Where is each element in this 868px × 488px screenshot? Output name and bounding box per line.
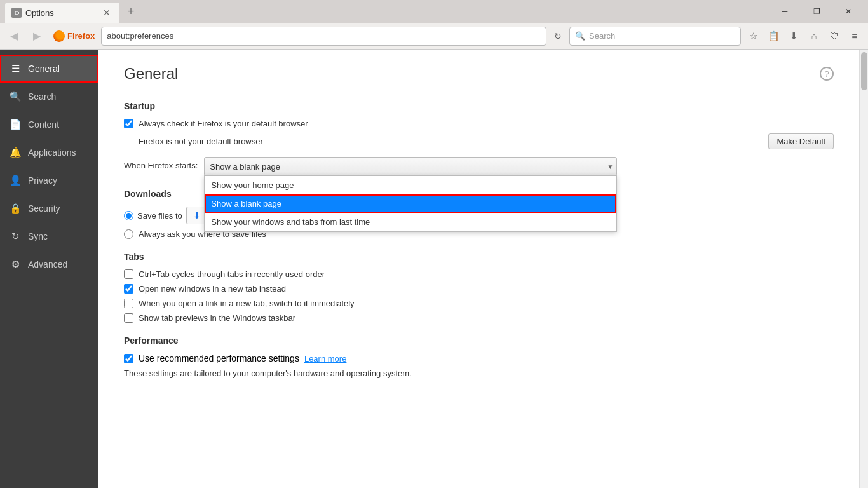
sidebar-label-content: Content — [28, 119, 59, 130]
tab-title: Options — [25, 8, 97, 18]
menu-button[interactable]: ≡ — [845, 27, 864, 46]
dropdown-list: Show your home page Show a blank page Sh… — [204, 175, 617, 232]
tabs-option-0: Ctrl+Tab cycles through tabs in recently… — [124, 269, 834, 279]
learn-more-link[interactable]: Learn more — [304, 354, 346, 363]
perf-recommended-row: Use recommended performance settings Lea… — [124, 353, 834, 363]
download-icon[interactable]: ⬇ — [784, 27, 803, 46]
sidebar-label-security: Security — [28, 203, 60, 214]
window-controls: ─ ❐ ✕ — [770, 1, 863, 22]
check-default-row: Always check if Firefox is your default … — [124, 119, 834, 128]
sidebar-item-sync[interactable]: ↻ Sync — [0, 222, 98, 250]
tabs-option-2: When you open a link in a new tab, switc… — [124, 299, 834, 308]
tabs-option-3: Show tab previews in the Windows taskbar — [124, 313, 834, 323]
tabs-section: Tabs Ctrl+Tab cycles through tabs in rec… — [124, 252, 834, 323]
tabs-label-2: When you open a link in a new tab, switc… — [139, 299, 355, 308]
sidebar-label-applications: Applications — [28, 147, 76, 158]
tabs-checkbox-0[interactable] — [124, 269, 133, 279]
startup-title: Startup — [124, 101, 834, 111]
startup-section: Startup Always check if Firefox is your … — [124, 101, 834, 176]
when-starts-row: When Firefox starts: Show a blank page ▼… — [124, 157, 834, 176]
check-default-checkbox[interactable] — [124, 119, 133, 128]
url-text: about:preferences — [107, 31, 173, 41]
firefox-label: Firefox — [67, 31, 95, 41]
tabs-checkbox-3[interactable] — [124, 313, 133, 323]
sidebar-item-privacy[interactable]: 👤 Privacy — [0, 166, 98, 194]
perf-label: Use recommended performance settings — [139, 353, 299, 363]
sidebar-label-privacy: Privacy — [28, 175, 57, 186]
search-nav-icon: 🔍 — [9, 90, 22, 103]
perf-checkbox[interactable] — [124, 354, 133, 363]
dropdown-selected-value[interactable]: Show a blank page — [204, 157, 617, 176]
perf-description: These settings are tailored to your comp… — [124, 369, 834, 378]
make-default-button[interactable]: Make Default — [768, 133, 834, 149]
scrollbar-track[interactable] — [859, 50, 868, 488]
new-tab-button[interactable]: + — [122, 3, 140, 20]
tabs-checkbox-1[interactable] — [124, 284, 133, 294]
performance-section: Performance Use recommended performance … — [124, 336, 834, 378]
dropdown-option-lastsession[interactable]: Show your windows and tabs from last tim… — [205, 213, 616, 231]
dropdown-option-blank[interactable]: Show a blank page — [205, 194, 616, 213]
sidebar-item-general[interactable]: ☰ General — [0, 55, 98, 83]
tabs-option-1: Open new windows in a new tab instead — [124, 284, 834, 294]
reader-icon[interactable]: 📋 — [764, 27, 783, 46]
not-default-row: Firefox is not your default browser Make… — [139, 133, 834, 149]
check-default-label: Always check if Firefox is your default … — [139, 119, 308, 128]
help-icon[interactable]: ? — [820, 67, 834, 81]
not-default-text: Firefox is not your default browser — [139, 137, 263, 146]
main-layout: ☰ General 🔍 Search 📄 Content 🔔 Applicati… — [0, 50, 868, 488]
search-placeholder: Search — [589, 31, 615, 41]
advanced-icon: ⚙ — [9, 258, 22, 271]
content-area: General ? Startup Always check if Firefo… — [98, 50, 859, 488]
tab-favicon-icon: ⚙ — [11, 8, 22, 18]
close-button[interactable]: ✕ — [834, 1, 863, 22]
save-files-label: Save files to — [137, 211, 182, 220]
when-starts-label: When Firefox starts: — [124, 157, 198, 170]
pocket-icon[interactable]: 🛡 — [825, 27, 844, 46]
applications-icon: 🔔 — [9, 146, 22, 159]
title-bar: ⚙ Options ✕ + ─ ❐ ✕ — [0, 0, 868, 23]
sidebar-item-security[interactable]: 🔒 Security — [0, 194, 98, 222]
back-button[interactable]: ◀ — [4, 26, 24, 46]
security-icon: 🔒 — [9, 202, 22, 215]
tabs-label-1: Open new windows in a new tab instead — [139, 284, 286, 294]
sidebar-item-advanced[interactable]: ⚙ Advanced — [0, 250, 98, 278]
general-icon: ☰ — [9, 62, 22, 75]
toolbar-icons: ☆ 📋 ⬇ ⌂ 🛡 ≡ — [743, 27, 864, 46]
search-icon: 🔍 — [575, 31, 585, 41]
download-path-icon: ⬇ — [193, 210, 201, 220]
scrollbar-thumb[interactable] — [861, 52, 867, 90]
save-files-radio[interactable] — [124, 211, 133, 220]
page-title-row: General ? — [124, 65, 834, 83]
maximize-button[interactable]: ❐ — [802, 1, 831, 22]
page-title: General — [124, 65, 178, 83]
reload-button[interactable]: ↻ — [549, 27, 567, 45]
url-bar[interactable]: about:preferences — [101, 27, 546, 46]
search-bar[interactable]: 🔍 Search — [569, 27, 741, 46]
tabs-label-3: Show tab previews in the Windows taskbar — [139, 313, 295, 323]
sidebar: ☰ General 🔍 Search 📄 Content 🔔 Applicati… — [0, 50, 98, 488]
sidebar-label-general: General — [28, 64, 60, 74]
minimize-button[interactable]: ─ — [770, 1, 799, 22]
dropdown-option-homepage[interactable]: Show your home page — [205, 176, 616, 194]
sidebar-label-sync: Sync — [28, 231, 48, 241]
nav-bar: ◀ ▶ Firefox about:preferences ↻ 🔍 Search… — [0, 23, 868, 50]
privacy-icon: 👤 — [9, 174, 22, 187]
home-icon[interactable]: ⌂ — [804, 27, 824, 46]
sync-icon: ↻ — [9, 230, 22, 243]
tabs-title: Tabs — [124, 252, 834, 262]
performance-title: Performance — [124, 336, 834, 346]
sidebar-label-advanced: Advanced — [28, 259, 67, 269]
firefox-icon — [53, 30, 65, 42]
tabs-checkbox-2[interactable] — [124, 299, 133, 308]
sidebar-item-content[interactable]: 📄 Content — [0, 111, 98, 139]
content-icon: 📄 — [9, 118, 22, 131]
tab-close-button[interactable]: ✕ — [100, 6, 113, 19]
bookmark-icon[interactable]: ☆ — [743, 27, 763, 46]
sidebar-item-search[interactable]: 🔍 Search — [0, 83, 98, 111]
browser-tab[interactable]: ⚙ Options ✕ — [5, 3, 119, 23]
always-ask-radio[interactable] — [124, 229, 133, 239]
startup-dropdown[interactable]: Show a blank page ▼ Show your home page … — [204, 157, 617, 176]
sidebar-item-applications[interactable]: 🔔 Applications — [0, 139, 98, 166]
forward-button[interactable]: ▶ — [27, 26, 47, 46]
firefox-logo: Firefox — [50, 29, 98, 43]
